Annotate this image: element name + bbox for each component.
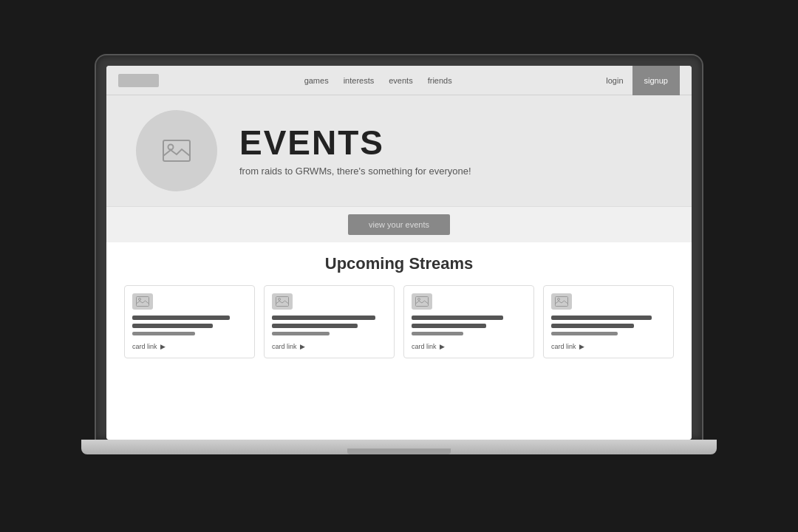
svg-point-1 [168, 145, 174, 150]
nav-item-games[interactable]: games [304, 76, 329, 85]
card-lines-4 [551, 316, 666, 335]
card-image-1 [132, 293, 153, 310]
svg-point-3 [139, 299, 141, 301]
card-image-3 [412, 293, 432, 310]
card-line-3-3 [412, 332, 463, 335]
nav-actions: login signup [597, 66, 680, 95]
svg-rect-8 [556, 297, 568, 307]
card-image-icon-4 [555, 296, 568, 307]
cards-grid: card link ▶ [124, 285, 674, 358]
card-link-1[interactable]: card link ▶ [132, 343, 247, 350]
card-line-3-1 [412, 316, 503, 320]
hero-text: EVENTS from raids to GRWMs, there's some… [239, 126, 662, 177]
screen: games interests events friends login sig… [106, 66, 692, 440]
main-content: Upcoming Streams [106, 242, 692, 440]
card-line-4-2 [551, 324, 634, 328]
nav-item-interests[interactable]: interests [344, 76, 375, 85]
card-lines-3 [412, 316, 526, 335]
laptop-frame: games interests events friends login sig… [96, 55, 702, 477]
card-lines-2 [272, 316, 386, 335]
login-button[interactable]: login [597, 66, 632, 95]
card-line-4-3 [551, 332, 618, 335]
stream-card-4: card link ▶ [543, 285, 674, 358]
card-link-2[interactable]: card link ▶ [272, 343, 386, 350]
hero-section: EVENTS from raids to GRWMs, there's some… [106, 95, 692, 206]
card-link-label-1: card link [132, 343, 157, 350]
card-image-icon-3 [415, 296, 429, 307]
card-line-4-1 [551, 316, 652, 320]
nav-item-events[interactable]: events [389, 76, 412, 85]
stream-card-1: card link ▶ [124, 285, 255, 358]
card-image-4 [551, 293, 572, 310]
card-image-2 [272, 293, 293, 310]
hero-image-placeholder [136, 110, 217, 191]
card-line-2-2 [272, 324, 358, 328]
card-link-arrow-1: ▶ [160, 343, 166, 350]
card-image-icon-2 [276, 296, 289, 307]
card-line-1-3 [132, 332, 195, 335]
card-link-4[interactable]: card link ▶ [551, 343, 666, 350]
view-events-button[interactable]: view your events [348, 214, 450, 235]
navbar-nav: games interests events friends [304, 76, 452, 85]
card-line-3-2 [412, 324, 486, 328]
card-link-arrow-2: ▶ [300, 343, 305, 350]
signup-button[interactable]: signup [632, 66, 680, 95]
svg-rect-0 [163, 140, 190, 161]
card-link-3[interactable]: card link ▶ [412, 343, 526, 350]
card-line-2-1 [272, 316, 375, 320]
navbar: games interests events friends login sig… [106, 66, 692, 95]
stream-card-2: card link ▶ [264, 285, 395, 358]
svg-point-5 [279, 299, 281, 301]
stream-card-3: card link ▶ [403, 285, 534, 358]
hero-subtitle: from raids to GRWMs, there's something f… [239, 166, 662, 177]
card-line-1-2 [132, 324, 213, 328]
svg-rect-6 [416, 297, 429, 307]
section-title: Upcoming Streams [124, 254, 674, 273]
card-link-arrow-4: ▶ [579, 343, 584, 350]
svg-rect-4 [276, 297, 289, 307]
card-link-label-3: card link [412, 343, 437, 350]
svg-point-9 [558, 299, 560, 301]
navbar-logo [118, 74, 159, 87]
card-lines-1 [132, 316, 247, 335]
svg-rect-2 [137, 297, 149, 307]
cta-strip: view your events [106, 206, 692, 242]
screen-bezel: games interests events friends login sig… [96, 55, 702, 440]
image-placeholder-icon [163, 140, 191, 162]
laptop-base [81, 440, 717, 454]
svg-point-7 [418, 299, 420, 301]
nav-item-friends[interactable]: friends [428, 76, 452, 85]
hero-title: EVENTS [239, 126, 662, 160]
card-line-2-3 [272, 332, 330, 335]
card-link-label-2: card link [272, 343, 297, 350]
card-link-label-4: card link [551, 343, 576, 350]
card-image-icon-1 [136, 296, 149, 307]
card-line-1-1 [132, 316, 230, 320]
card-link-arrow-3: ▶ [440, 343, 445, 350]
